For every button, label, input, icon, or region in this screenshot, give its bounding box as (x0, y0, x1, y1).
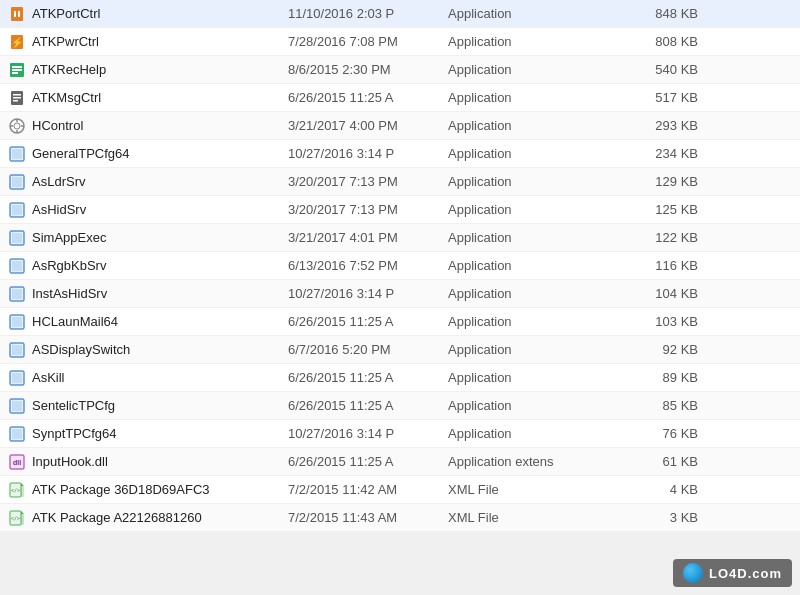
file-icon (8, 173, 26, 191)
file-name-cell: ATKRecHelp (8, 61, 288, 79)
file-name: HControl (32, 118, 83, 133)
file-name-cell: dll InputHook.dll (8, 453, 288, 471)
file-name-cell: </> ATK Package A22126881260 (8, 509, 288, 527)
svg-rect-45 (21, 486, 24, 497)
file-date: 10/27/2016 3:14 P (288, 286, 448, 301)
file-icon (8, 117, 26, 135)
table-row[interactable]: SentelicTPCfg 6/26/2015 11:25 A Applicat… (0, 392, 800, 420)
file-type: Application (448, 258, 618, 273)
table-row[interactable]: GeneralTPCfg64 10/27/2016 3:14 P Applica… (0, 140, 800, 168)
svg-rect-30 (12, 289, 22, 299)
svg-rect-0 (11, 7, 23, 21)
file-icon (8, 61, 26, 79)
file-date: 6/13/2016 7:52 PM (288, 258, 448, 273)
table-row[interactable]: </> ATK Package A22126881260 7/2/2015 11… (0, 504, 800, 532)
svg-rect-1 (14, 11, 16, 17)
svg-marker-44 (21, 483, 24, 486)
file-type: Application (448, 118, 618, 133)
file-date: 8/6/2015 2:30 PM (288, 62, 448, 77)
svg-rect-6 (12, 66, 22, 68)
svg-text:dll: dll (13, 459, 21, 466)
watermark-text: LO4D.com (709, 566, 782, 581)
file-name: GeneralTPCfg64 (32, 146, 130, 161)
file-name-cell: HControl (8, 117, 288, 135)
table-row[interactable]: ATKRecHelp 8/6/2015 2:30 PM Application … (0, 56, 800, 84)
svg-rect-49 (21, 514, 24, 525)
file-name: ATK Package A22126881260 (32, 510, 202, 525)
file-date: 6/26/2015 11:25 A (288, 454, 448, 469)
table-row[interactable]: SynptTPCfg64 10/27/2016 3:14 P Applicati… (0, 420, 800, 448)
file-date: 10/27/2016 3:14 P (288, 146, 448, 161)
table-row[interactable]: ASDisplaySwitch 6/7/2016 5:20 PM Applica… (0, 336, 800, 364)
file-date: 3/21/2017 4:01 PM (288, 230, 448, 245)
file-type: Application extens (448, 454, 618, 469)
file-name-cell: </> ATK Package 36D18D69AFC3 (8, 481, 288, 499)
file-type: Application (448, 342, 618, 357)
file-size: 517 KB (618, 90, 698, 105)
table-row[interactable]: dll InputHook.dll 6/26/2015 11:25 A Appl… (0, 448, 800, 476)
file-icon (8, 5, 26, 23)
file-name: ATKPortCtrl (32, 6, 100, 21)
svg-text:</>: </> (11, 487, 20, 493)
table-row[interactable]: HCLaunMail64 6/26/2015 11:25 A Applicati… (0, 308, 800, 336)
file-name: AsLdrSrv (32, 174, 85, 189)
table-row[interactable]: ⚡ ATKPwrCtrl 7/28/2016 7:08 PM Applicati… (0, 28, 800, 56)
file-icon: </> (8, 481, 26, 499)
file-icon (8, 89, 26, 107)
table-row[interactable]: AsRgbKbSrv 6/13/2016 7:52 PM Application… (0, 252, 800, 280)
file-date: 7/2/2015 11:43 AM (288, 510, 448, 525)
file-name-cell: GeneralTPCfg64 (8, 145, 288, 163)
table-row[interactable]: AsKill 6/26/2015 11:25 A Application 89 … (0, 364, 800, 392)
file-name: ATKPwrCtrl (32, 34, 99, 49)
file-name-cell: AsLdrSrv (8, 173, 288, 191)
svg-rect-10 (13, 94, 21, 96)
file-type: Application (448, 202, 618, 217)
table-row[interactable]: InstAsHidSrv 10/27/2016 3:14 P Applicati… (0, 280, 800, 308)
file-size: 4 KB (618, 482, 698, 497)
file-icon (8, 145, 26, 163)
file-name: SimAppExec (32, 230, 106, 245)
file-name: HCLaunMail64 (32, 314, 118, 329)
svg-rect-20 (12, 149, 22, 159)
file-name-cell: InstAsHidSrv (8, 285, 288, 303)
file-date: 3/21/2017 4:00 PM (288, 118, 448, 133)
file-icon: dll (8, 453, 26, 471)
svg-rect-8 (12, 72, 18, 74)
file-size: 92 KB (618, 342, 698, 357)
table-row[interactable]: AsLdrSrv 3/20/2017 7:13 PM Application 1… (0, 168, 800, 196)
svg-rect-38 (12, 401, 22, 411)
table-row[interactable]: </> ATK Package 36D18D69AFC3 7/2/2015 11… (0, 476, 800, 504)
table-row[interactable]: ATKMsgCtrl 6/26/2015 11:25 A Application… (0, 84, 800, 112)
table-row[interactable]: ATKPortCtrl 11/10/2016 2:03 P Applicatio… (0, 0, 800, 28)
svg-rect-22 (12, 177, 22, 187)
file-type: Application (448, 286, 618, 301)
table-row[interactable]: HControl 3/21/2017 4:00 PM Application 2… (0, 112, 800, 140)
file-size: 103 KB (618, 314, 698, 329)
file-size: 76 KB (618, 426, 698, 441)
svg-rect-34 (12, 345, 22, 355)
file-icon (8, 257, 26, 275)
file-icon: ⚡ (8, 33, 26, 51)
file-name: ASDisplaySwitch (32, 342, 130, 357)
table-row[interactable]: SimAppExec 3/21/2017 4:01 PM Application… (0, 224, 800, 252)
file-date: 6/7/2016 5:20 PM (288, 342, 448, 357)
file-type: Application (448, 426, 618, 441)
file-icon (8, 397, 26, 415)
svg-rect-40 (12, 429, 22, 439)
file-icon (8, 341, 26, 359)
file-type: Application (448, 230, 618, 245)
file-type: XML File (448, 510, 618, 525)
file-date: 7/2/2015 11:42 AM (288, 482, 448, 497)
svg-rect-11 (13, 97, 21, 99)
table-row[interactable]: AsHidSrv 3/20/2017 7:13 PM Application 1… (0, 196, 800, 224)
file-name-cell: AsKill (8, 369, 288, 387)
file-type: XML File (448, 482, 618, 497)
svg-rect-2 (18, 11, 20, 17)
svg-rect-24 (12, 205, 22, 215)
file-type: Application (448, 174, 618, 189)
file-icon (8, 285, 26, 303)
file-name: SynptTPCfg64 (32, 426, 117, 441)
svg-text:</>: </> (11, 515, 20, 521)
file-date: 3/20/2017 7:13 PM (288, 174, 448, 189)
file-size: 125 KB (618, 202, 698, 217)
